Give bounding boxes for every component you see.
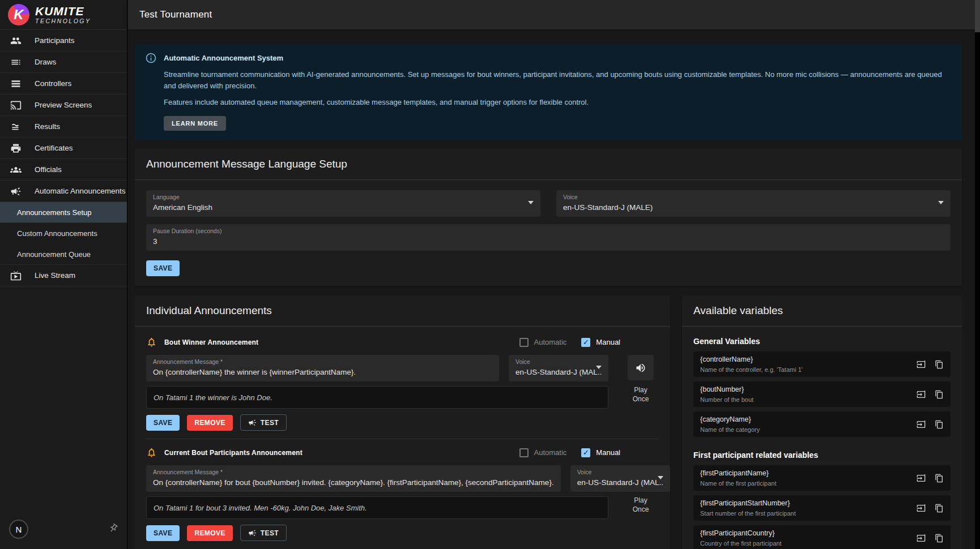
variable-description: Name of the category xyxy=(700,426,917,434)
announcement-remove-button[interactable]: REMOVE xyxy=(187,525,232,541)
announcement-name: Current Bout Participants Announcement xyxy=(164,449,302,457)
announcement-save-button[interactable]: SAVE xyxy=(146,525,180,541)
language-setup-title: Announcement Message Language Setup xyxy=(135,149,962,180)
sidebar-subitem-announcement-queue[interactable]: Announcement Queue xyxy=(0,244,127,265)
voice-select-label: Voice xyxy=(563,194,944,201)
live-tv-icon xyxy=(10,269,22,282)
variable-row-first-participant-country: {firstParticipantCountry} Country of the… xyxy=(693,525,951,549)
announcement-voice-select[interactable]: Voice en-US-Standard-J (MAL... xyxy=(570,465,670,492)
insert-variable-icon[interactable] xyxy=(917,534,926,543)
announcement-voice-select[interactable]: Voice en-US-Standard-J (MAL... xyxy=(509,355,608,381)
announcement-remove-button[interactable]: REMOVE xyxy=(187,415,232,431)
voice-select-label: Voice xyxy=(515,358,602,366)
copy-icon[interactable] xyxy=(935,420,944,429)
avatar[interactable]: N xyxy=(9,520,28,539)
variable-name: {firstParticipantStartNumber} xyxy=(700,499,917,508)
brand-logo-icon: K xyxy=(8,4,29,25)
scrollbar-thumb[interactable] xyxy=(975,0,980,32)
play-once-button[interactable] xyxy=(628,355,654,380)
insert-variable-icon[interactable] xyxy=(917,504,926,513)
sidebar-footer: N xyxy=(0,509,127,549)
announcement-save-button[interactable]: SAVE xyxy=(146,415,180,431)
sidebar-item-label: Results xyxy=(35,122,60,131)
sidebar-item-label: Preview Screens xyxy=(35,101,92,109)
sidebar-nav: Participants Draws Controllers Preview S… xyxy=(0,30,127,286)
announcement-test-label: TEST xyxy=(261,529,279,537)
play-once-caption: Play Once xyxy=(628,385,654,404)
sidebar-item-controllers[interactable]: Controllers xyxy=(0,73,127,95)
insert-variable-icon[interactable] xyxy=(917,360,926,369)
voice-select[interactable]: Voice en-US-Standard-J (MALE) xyxy=(556,190,951,217)
sidebar-item-participants[interactable]: Participants xyxy=(0,30,127,52)
announcement-preview: On Tatami 1 for bout 3 invited. Men -60k… xyxy=(146,496,608,519)
sidebar-item-draws[interactable]: Draws xyxy=(0,52,127,73)
language-select[interactable]: Language American English xyxy=(146,190,540,217)
bell-icon xyxy=(146,337,157,348)
divider xyxy=(146,439,659,439)
available-variables-card: Available variables General Variables {c… xyxy=(682,295,962,549)
brand-name: KUMITE xyxy=(35,5,91,18)
sidebar-subitem-announcements-setup[interactable]: Announcements Setup xyxy=(0,202,127,223)
variables-group-heading: First participant related variables xyxy=(693,451,951,460)
sidebar-item-officials[interactable]: Officials xyxy=(0,159,127,181)
automatic-checkbox[interactable]: Automatic xyxy=(519,448,567,457)
automatic-checkbox[interactable]: Automatic xyxy=(519,338,567,347)
copy-icon[interactable] xyxy=(935,534,944,543)
variable-name: {firstParticipantName} xyxy=(700,469,917,478)
sidebar-item-automatic-announcements[interactable]: Automatic Announcements xyxy=(0,181,127,202)
avatar-letter: N xyxy=(16,525,22,534)
copy-icon[interactable] xyxy=(935,390,944,399)
automatic-checkbox-label: Automatic xyxy=(534,338,567,346)
main-area: Test Tournament Automatic Announcement S… xyxy=(128,0,980,549)
variable-row-category-name: {categoryName} Name of the category xyxy=(693,411,951,437)
voice-select-value: en-US-Standard-J (MAL... xyxy=(515,367,602,378)
announcement-test-button[interactable]: TEST xyxy=(240,414,287,431)
individual-announcements-title: Individual Announcements xyxy=(135,295,670,327)
announcement-message-value: On {controllerName} for bout {boutNumber… xyxy=(153,477,554,488)
announcement-message-input[interactable]: Announcement Message * On {controllerNam… xyxy=(146,465,561,492)
insert-variable-icon[interactable] xyxy=(917,474,926,483)
learn-more-button[interactable]: LEARN MORE xyxy=(164,116,226,131)
pause-duration-field[interactable]: Pause Duration (seconds) 3 xyxy=(146,224,951,251)
brand-logo[interactable]: K KUMITE TECHNOLOGY xyxy=(0,0,127,30)
insert-variable-icon[interactable] xyxy=(917,420,926,429)
insert-variable-icon[interactable] xyxy=(917,390,926,399)
announcement-message-label: Announcement Message * xyxy=(153,469,554,476)
sidebar-item-live-stream[interactable]: Live Stream xyxy=(0,265,127,286)
sidebar-item-certificates[interactable]: Certificates xyxy=(0,138,127,159)
sidebar-item-preview-screens[interactable]: Preview Screens xyxy=(0,95,127,116)
individual-announcements-card: Individual Announcements Bout Winner Ann… xyxy=(135,295,670,549)
variable-row-first-participant-name: {firstParticipantName} Name of the first… xyxy=(693,465,951,491)
bell-icon xyxy=(146,447,157,458)
sidebar-subitem-custom-announcements[interactable]: Custom Announcements xyxy=(0,223,127,244)
language-select-value: American English xyxy=(153,202,534,213)
info-banner-paragraph-1: Streamline tournament communication with… xyxy=(164,69,951,92)
groups-icon xyxy=(10,164,22,176)
manual-checkbox[interactable]: ✓ Manual xyxy=(581,338,620,347)
variable-row-bout-number: {boutNumber} Number of the bout xyxy=(693,381,951,407)
info-banner-title: Automatic Announcement System xyxy=(164,54,283,62)
variable-description: Country of the first participant xyxy=(700,539,917,547)
sidebar-item-results[interactable]: Results xyxy=(0,116,127,138)
copy-icon[interactable] xyxy=(935,360,944,369)
brand-logo-letter: K xyxy=(14,7,23,23)
content: Automatic Announcement System Streamline… xyxy=(135,44,962,549)
variables-group-heading: General Variables xyxy=(693,337,951,346)
language-setup-save-button[interactable]: SAVE xyxy=(146,260,180,276)
copy-icon[interactable] xyxy=(935,504,944,513)
sidebar-subitem-label: Custom Announcements xyxy=(17,229,97,238)
info-banner: Automatic Announcement System Streamline… xyxy=(135,44,962,140)
scrollbar-track[interactable] xyxy=(975,0,980,549)
sidebar-item-label: Officials xyxy=(35,165,62,174)
language-select-label: Language xyxy=(153,194,534,201)
announcement-message-input[interactable]: Announcement Message * On {controllerNam… xyxy=(146,355,499,381)
checkbox-checked-icon: ✓ xyxy=(581,338,590,347)
announcement-block-current-bout-participants: Current Bout Participants Announcement A… xyxy=(146,447,659,541)
variable-description: Name of the first participant xyxy=(700,479,917,487)
pin-icon[interactable] xyxy=(105,521,120,537)
sidebar-item-label: Certificates xyxy=(35,144,73,152)
copy-icon[interactable] xyxy=(935,474,944,483)
announcement-test-button[interactable]: TEST xyxy=(240,525,287,541)
manual-checkbox[interactable]: ✓ Manual xyxy=(581,448,620,457)
manual-checkbox-label: Manual xyxy=(596,338,620,346)
